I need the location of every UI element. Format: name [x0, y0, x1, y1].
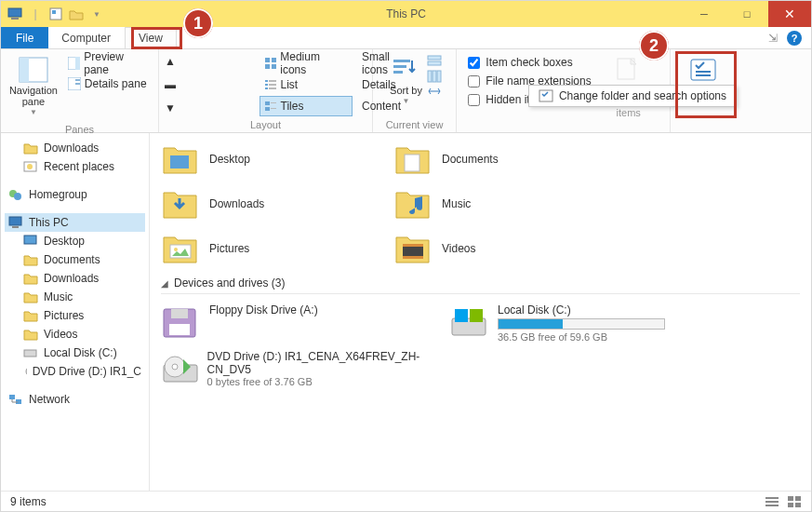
svg-point-57 [26, 367, 27, 376]
svg-rect-73 [470, 309, 483, 322]
drives-section: Floppy Disk Drive (A:) Local Disk (C:) 3… [161, 300, 800, 391]
size-columns-icon[interactable] [427, 85, 442, 98]
svg-rect-19 [265, 80, 268, 82]
layout-details[interactable]: Details [353, 74, 366, 95]
svg-rect-9 [75, 79, 80, 81]
folder-videos[interactable]: Videos [393, 226, 626, 271]
folder-desktop[interactable]: Desktop [161, 137, 393, 182]
svg-rect-62 [405, 155, 419, 171]
svg-rect-53 [9, 217, 21, 225]
svg-rect-13 [265, 64, 270, 69]
tree-downloads[interactable]: Downloads [5, 139, 145, 157]
tree-documents[interactable]: Documents [5, 250, 145, 269]
annotation-box-2 [675, 51, 737, 118]
item-checkboxes-toggle[interactable]: Item check boxes [468, 53, 591, 72]
tree-videos[interactable]: Videos [5, 325, 145, 344]
navigation-pane-button[interactable]: Navigation pane ▼ [7, 53, 60, 122]
tree-network[interactable]: Network [5, 390, 145, 409]
svg-rect-38 [393, 71, 403, 74]
svg-rect-80 [788, 496, 793, 501]
drive-floppy[interactable]: Floppy Disk Drive (A:) [161, 300, 449, 346]
svg-rect-23 [265, 88, 268, 89]
svg-rect-39 [428, 56, 441, 60]
svg-point-50 [27, 164, 33, 169]
devices-header[interactable]: ◢Devices and drives (3) [161, 271, 800, 294]
svg-rect-66 [403, 244, 423, 247]
add-columns-icon[interactable] [427, 70, 442, 83]
svg-rect-83 [795, 503, 801, 507]
tab-file[interactable]: File [1, 27, 48, 48]
svg-rect-54 [12, 226, 19, 228]
layout-scroll[interactable]: ▲▬▼ [165, 53, 259, 116]
tree-dvd-drive[interactable]: DVD Drive (D:) IR1_C [5, 362, 145, 381]
folder-documents[interactable]: Documents [393, 137, 626, 182]
folder-downloads[interactable]: Downloads [161, 182, 393, 226]
layout-tiles[interactable]: Tiles [260, 96, 353, 116]
svg-rect-56 [24, 350, 36, 357]
details-pane-button[interactable]: Details pane [64, 74, 153, 94]
svg-rect-42 [433, 71, 436, 82]
folder-pictures[interactable]: Pictures [161, 226, 393, 271]
svg-rect-67 [403, 256, 423, 259]
preview-pane-button[interactable]: Preview pane [64, 53, 153, 74]
tree-pictures[interactable]: Pictures [5, 306, 145, 325]
content-area: Downloads Recent places Homegroup This P… [1, 133, 811, 491]
svg-rect-7 [75, 57, 80, 70]
ribbon-group-panes: Navigation pane ▼ Preview pane Details p… [1, 49, 159, 132]
tree-this-pc[interactable]: This PC [5, 213, 145, 232]
svg-rect-20 [269, 80, 276, 82]
status-bar: 9 items [1, 491, 811, 511]
svg-rect-55 [24, 236, 36, 244]
svg-rect-22 [269, 84, 276, 86]
svg-rect-59 [9, 395, 15, 399]
drive-dvd[interactable]: DVD Drive (D:) IR1_CENA_X64FREV_ZH-CN_DV… [161, 346, 449, 391]
tree-downloads2[interactable]: Downloads [5, 269, 145, 288]
ribbon-group-layout: Medium icons Small icons ▲▬▼ List Detail… [159, 49, 373, 132]
tree-recent[interactable]: Recent places [5, 157, 145, 176]
svg-rect-70 [169, 324, 190, 335]
svg-rect-11 [265, 58, 270, 62]
svg-rect-32 [271, 108, 276, 109]
window-title: This PC [1, 7, 811, 20]
layout-list[interactable]: List [260, 74, 353, 95]
svg-point-76 [172, 364, 178, 370]
svg-rect-82 [788, 503, 793, 507]
svg-rect-24 [269, 88, 276, 89]
group-by-icon[interactable] [427, 55, 442, 68]
tree-local-disk-c[interactable]: Local Disk (C:) [5, 344, 145, 362]
svg-rect-12 [272, 58, 276, 62]
svg-rect-40 [428, 61, 441, 65]
svg-rect-48 [539, 90, 552, 101]
drive-local-c[interactable]: Local Disk (C:) 36.5 GB free of 59.6 GB [449, 300, 738, 346]
annotation-badge-2: 2 [639, 31, 669, 61]
ribbon-tabs: File Computer View ⇲ ? [1, 27, 811, 49]
tree-homegroup[interactable]: Homegroup [5, 185, 145, 204]
title-bar: | ▼ This PC ─ □ ✕ [1, 1, 811, 27]
svg-rect-21 [265, 84, 268, 86]
tab-computer[interactable]: Computer [48, 27, 125, 48]
svg-rect-81 [795, 496, 801, 501]
svg-rect-41 [428, 71, 432, 82]
view-details-icon[interactable] [765, 495, 779, 508]
ribbon-collapse-icon[interactable]: ⇲ [768, 32, 778, 45]
help-icon[interactable]: ? [787, 31, 802, 46]
svg-rect-36 [393, 60, 410, 62]
annotation-badge-1: 1 [183, 8, 213, 38]
folder-music[interactable]: Music [393, 182, 626, 226]
nav-tree: Downloads Recent places Homegroup This P… [1, 133, 150, 491]
layout-small-icons[interactable]: Small icons [353, 53, 366, 74]
layout-medium-icons[interactable]: Medium icons [260, 53, 353, 74]
main-view: Desktop Documents Downloads Music Pictur… [150, 133, 811, 491]
svg-rect-77 [765, 497, 779, 499]
ribbon-group-current-view: Sort by ▼ Current view [373, 49, 457, 132]
svg-rect-14 [272, 64, 276, 69]
status-item-count: 9 items [10, 495, 47, 508]
svg-point-64 [174, 248, 178, 251]
tree-music[interactable]: Music [5, 288, 145, 306]
layout-content[interactable]: Content [353, 96, 366, 116]
svg-rect-72 [455, 309, 468, 322]
svg-rect-37 [393, 65, 406, 68]
tree-desktop[interactable]: Desktop [5, 232, 145, 250]
view-tiles-icon[interactable] [787, 495, 802, 508]
sort-by-button[interactable]: Sort by ▼ [388, 53, 425, 111]
